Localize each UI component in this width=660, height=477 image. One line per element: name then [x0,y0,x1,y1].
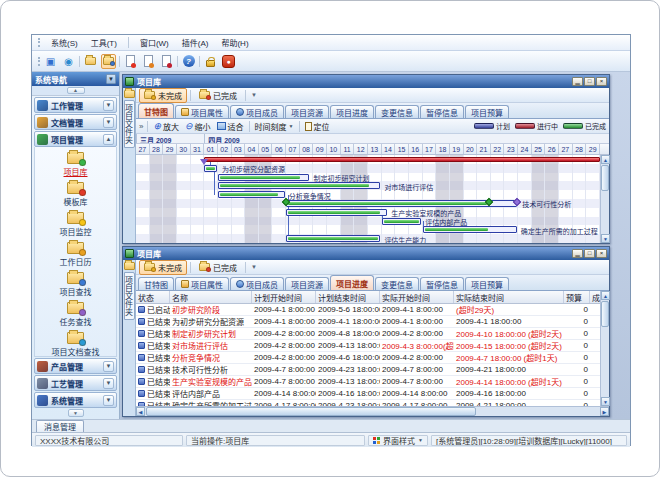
column-header-5[interactable]: 实际结束时间 [454,291,564,303]
tab-project-resources[interactable]: 项目资源 [285,277,329,290]
scroll-thumb[interactable] [601,301,609,327]
tab-project-progress[interactable]: 项目进度 [330,105,374,118]
item-project-search[interactable]: 项目查找 [35,269,116,299]
column-header-2[interactable]: 计划开始时间 [252,291,316,303]
sidebar-overflow-strip[interactable]: ▼ [32,409,119,418]
chevron-down-icon[interactable]: ▼ [103,100,114,111]
gantt-task-bar[interactable] [423,226,517,233]
gantt-summary-bar[interactable] [204,157,600,162]
filter-incomplete-button[interactable]: 未完成 [139,260,187,275]
overflow-chevron-icon[interactable]: » [139,122,143,131]
report-edit-icon[interactable] [141,54,156,69]
gantt-task-bar[interactable] [218,174,309,181]
item-task-search[interactable]: 任务查找 [35,299,116,329]
tab-project-folder[interactable]: 项目文件夹 [124,100,135,148]
scroll-right-icon[interactable]: ▶ [600,407,609,416]
chevron-down-icon[interactable]: ▼ [103,361,114,372]
tab-project-progress[interactable]: 项目进度 [330,275,374,290]
item-project-library[interactable]: 项目库 [35,149,116,179]
zoom-in-button[interactable]: ⊕放大 [152,121,180,132]
tab-pause-info[interactable]: 暂停信息 [420,105,464,118]
gantt-task-bar[interactable] [218,182,380,189]
nav-collapse-strip[interactable]: ▲ [32,86,119,96]
ui-style-dropdown[interactable]: 界面样式 ▼ [368,435,428,446]
scroll-up-icon[interactable]: ▲ [601,291,610,300]
item-template-library[interactable]: 模板库 [35,179,116,209]
gantt-task-bar[interactable] [382,218,422,225]
tab-change-info[interactable]: 变更信息 [375,277,419,290]
menu-tools[interactable]: 工具(T) [89,36,119,49]
workspace-icon[interactable]: ▣ [43,54,58,69]
tab-message-management[interactable]: 消息管理 [36,420,84,432]
tab-project-members[interactable]: 项目成员 [230,277,284,290]
table-vertical-scrollbar[interactable]: ▲ ▼ [600,291,609,406]
lock-icon[interactable] [203,54,218,69]
section-system-management[interactable]: 系统管理▼ [34,392,117,408]
item-work-calendar[interactable]: 工作日历 [35,239,116,269]
scroll-left-icon[interactable]: ◀ [136,407,145,416]
gantt-task-bar[interactable] [286,235,380,242]
more-options-icon[interactable]: ▼ [249,264,259,270]
folder-save-icon[interactable] [101,54,116,69]
scroll-down-icon[interactable]: ▼ [601,234,610,243]
table-row[interactable]: 已结束评估内部产品2009-4-14 8:00:002009-4-16 18:0… [136,388,600,400]
gantt-task-bar[interactable] [286,200,517,207]
chevron-down-icon[interactable]: ▼ [103,117,114,128]
tab-project-resources[interactable]: 项目资源 [285,105,329,118]
scroll-thumb[interactable] [601,165,609,191]
section-project-management[interactable]: 项目管理▲ [34,131,117,147]
table-row[interactable]: 已启动初步研究阶段2009-4-1 8:00:002009-5-6 18:00:… [136,304,600,316]
minimize-button[interactable]: ▁ [572,77,583,86]
report-view-icon[interactable] [159,54,174,69]
table-row[interactable]: 已结束对市场进行评估2009-4-2 8:00:002009-4-13 18:0… [136,340,600,352]
table-row[interactable]: 已结束制定初步研究计划2009-4-2 8:00:002009-4-8 18:0… [136,328,600,340]
more-options-icon[interactable]: ▼ [249,92,259,98]
scroll-down-icon[interactable]: ▼ [601,397,610,406]
table-row[interactable]: 已结束技术可行性分析2009-4-7 8:00:002009-4-23 18:0… [136,364,600,376]
gantt-task-bar[interactable] [204,165,216,172]
tab-gantt[interactable]: 甘特图 [138,103,174,118]
tab-pause-info[interactable]: 暂停信息 [420,277,464,290]
gantt-task-bar[interactable] [286,209,387,216]
gantt-task-bar[interactable] [218,191,285,198]
section-work-management[interactable]: 工作管理▼ [34,97,117,113]
tab-project-folder[interactable]: 项目文件夹 [124,272,135,320]
table-row[interactable]: 已结束为初步研究分配资源2009-4-1 8:00:002009-4-1 18:… [136,316,600,328]
section-product-management[interactable]: 产品管理▼ [34,358,117,374]
item-project-monitor[interactable]: 项目监控 [35,209,116,239]
fit-button[interactable]: 适合 [216,121,245,132]
chevron-down-icon[interactable]: ▼ [103,395,114,406]
pin-icon[interactable]: ▼ [106,74,116,84]
column-header-1[interactable]: 名称 [170,291,252,303]
item-project-doc-search[interactable]: 项目文档查找 [35,329,116,357]
tab-project-budget[interactable]: 项目预算 [465,105,509,118]
column-header-6[interactable]: 预算 [564,291,590,303]
column-header-3[interactable]: 计划结束时间 [316,291,380,303]
close-button[interactable]: × [596,77,607,86]
menu-system[interactable]: 系统(S) [49,36,80,49]
tab-project-properties[interactable]: 项目属性 [175,277,229,290]
table-horizontal-scrollbar[interactable]: ◀ ▶ [136,406,609,416]
scroll-up-icon[interactable]: ▲ [601,155,610,164]
tab-project-budget[interactable]: 项目预算 [465,277,509,290]
chevron-up-icon[interactable]: ▲ [103,134,114,145]
filter-complete-button[interactable]: 已完成 [194,88,242,103]
tab-project-properties[interactable]: 项目属性 [175,105,229,118]
close-button[interactable]: × [596,249,607,258]
tab-change-info[interactable]: 变更信息 [375,105,419,118]
maximize-button[interactable]: □ [584,249,595,258]
scroll-thumb[interactable] [146,407,476,416]
tab-gantt[interactable]: 甘特图 [138,277,174,290]
web-icon[interactable]: ◉ [61,54,76,69]
window-titlebar[interactable]: 项目库 ▁□× [123,247,609,260]
zoom-out-button[interactable]: ⊖缩小 [184,121,212,132]
exit-icon[interactable]: ● [221,54,236,69]
menu-window[interactable]: 窗口(W) [138,36,171,49]
time-scale-dropdown[interactable]: 时间刻度▼ [254,121,295,132]
folder-open-icon[interactable] [83,54,98,69]
help-icon[interactable]: ? [181,54,196,69]
table-row[interactable]: 已结束生产实验室规模的产品2009-4-7 8:00:002009-4-13 1… [136,376,600,388]
tab-project-members[interactable]: 项目成员 [230,105,284,118]
column-header-4[interactable]: 实际开始时间 [380,291,454,303]
filter-incomplete-button[interactable]: 未完成 [139,88,187,103]
